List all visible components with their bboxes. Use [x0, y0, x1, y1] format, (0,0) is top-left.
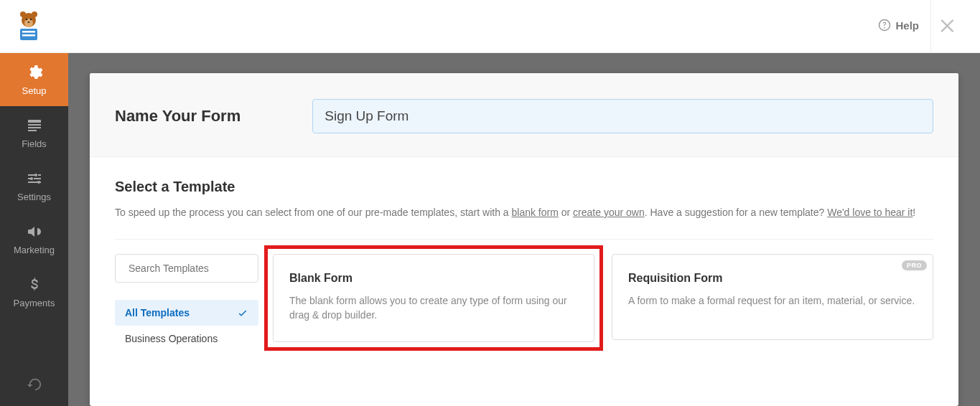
close-icon — [938, 16, 958, 36]
template-heading: Select a Template — [115, 179, 933, 195]
name-section: Name Your Form — [90, 73, 958, 157]
category-label: All Templates — [125, 307, 190, 318]
sidebar-label: Setup — [22, 85, 47, 96]
history-icon — [27, 377, 42, 392]
help-label: Help — [895, 19, 919, 32]
template-card-blank-form[interactable]: Blank Form The blank form allows you to … — [273, 254, 594, 342]
category-label: Business Operations — [125, 333, 218, 344]
link-create-own[interactable]: create your own — [573, 207, 645, 218]
sidebar-label: Payments — [14, 298, 55, 308]
main-canvas: Name Your Form Select a Template To spee… — [68, 53, 980, 406]
help-icon — [878, 19, 891, 32]
category-business-operations[interactable]: Business Operations — [115, 326, 258, 351]
template-card-requisition-form[interactable]: PRO Requisition Form A form to make a fo… — [612, 254, 933, 340]
divider — [930, 0, 931, 52]
form-icon — [26, 117, 43, 134]
setup-panel: Name Your Form Select a Template To spee… — [90, 73, 958, 406]
template-cards: Blank Form The blank form allows you to … — [273, 254, 933, 351]
svg-point-12 — [37, 181, 40, 184]
app-logo — [13, 10, 45, 42]
svg-point-1 — [20, 11, 26, 17]
template-section: Select a Template To speed up the proces… — [90, 157, 958, 351]
name-form-label: Name Your Form — [115, 107, 241, 126]
sidebar-item-fields[interactable]: Fields — [0, 106, 68, 159]
sidebar-label: Fields — [22, 138, 47, 149]
sidebar-item-settings[interactable]: Settings — [0, 159, 68, 212]
pro-badge: PRO — [902, 260, 927, 270]
svg-point-2 — [32, 11, 37, 17]
gear-icon — [26, 64, 43, 81]
card-title: Requisition Form — [628, 272, 917, 285]
sidebar: Setup Fields Settings Marketing Payments — [0, 53, 68, 406]
template-search[interactable] — [115, 254, 258, 283]
sidebar-label: Marketing — [14, 245, 55, 255]
sidebar-item-setup[interactable]: Setup — [0, 53, 68, 106]
card-desc: The blank form allows you to create any … — [289, 293, 578, 323]
sliders-icon — [26, 170, 43, 187]
topbar: Help — [0, 0, 980, 53]
template-description: To speed up the process you can select f… — [115, 205, 933, 240]
svg-point-6 — [27, 22, 29, 23]
sidebar-item-payments[interactable]: Payments — [0, 265, 68, 318]
svg-point-5 — [30, 19, 32, 21]
bullhorn-icon — [26, 223, 43, 240]
dollar-icon — [26, 276, 43, 293]
close-button[interactable] — [938, 16, 958, 36]
form-name-input[interactable] — [312, 99, 933, 133]
template-filters: All Templates Business Operations — [115, 254, 258, 351]
link-suggestion[interactable]: We'd love to hear it — [827, 207, 913, 218]
check-icon — [237, 307, 248, 318]
svg-rect-8 — [22, 31, 35, 33]
help-button[interactable]: Help — [878, 19, 919, 32]
card-desc: A form to make a formal request for an i… — [628, 293, 917, 308]
link-blank-form[interactable]: blank form — [512, 207, 559, 218]
history-button[interactable] — [0, 363, 68, 406]
template-search-input[interactable] — [129, 263, 254, 274]
svg-point-4 — [26, 19, 28, 21]
card-title: Blank Form — [289, 272, 578, 285]
svg-point-10 — [34, 174, 37, 176]
category-all-templates[interactable]: All Templates — [115, 300, 258, 326]
sidebar-label: Settings — [17, 192, 51, 202]
sidebar-item-marketing[interactable]: Marketing — [0, 212, 68, 265]
svg-rect-9 — [22, 34, 35, 37]
svg-point-11 — [30, 177, 33, 180]
